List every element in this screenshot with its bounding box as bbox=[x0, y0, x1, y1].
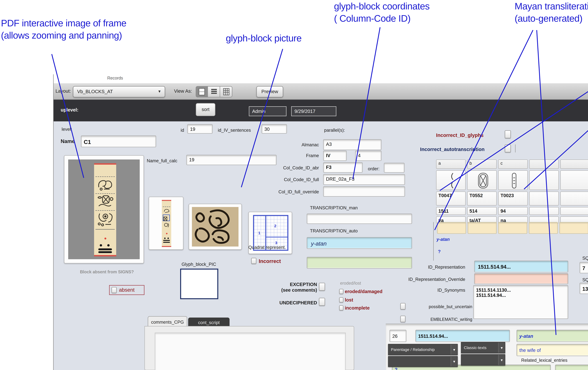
eroded-damaged-checkbox[interactable] bbox=[339, 289, 343, 294]
name-field[interactable]: C1 bbox=[81, 136, 156, 147]
related-lexical-entries-label: Related_lexical_entries bbox=[521, 358, 567, 363]
glyph-code-b[interactable]: T0552 bbox=[467, 191, 497, 206]
sort-button[interactable]: sort bbox=[196, 103, 215, 116]
mini-strip-panel[interactable] bbox=[149, 197, 183, 250]
pdf-frame-viewer[interactable] bbox=[64, 155, 144, 264]
lost-checkbox[interactable] bbox=[339, 297, 343, 303]
sql-count-syn-field[interactable]: 13 bbox=[579, 283, 588, 294]
glyph-image-d[interactable] bbox=[529, 170, 559, 190]
frame-field[interactable]: IV bbox=[323, 150, 347, 161]
glyph-image-c[interactable] bbox=[498, 170, 528, 190]
tab-cont-script[interactable]: cont_script bbox=[188, 317, 230, 326]
quadrat-2: 2 bbox=[274, 224, 276, 228]
undeciphered-checkbox[interactable] bbox=[319, 298, 325, 306]
glyph-col-header-b[interactable]: b bbox=[467, 159, 497, 169]
id-field[interactable]: 19 bbox=[187, 124, 213, 134]
auto-translit-text: y-atan bbox=[437, 237, 450, 242]
glyph-number-e[interactable] bbox=[560, 207, 588, 215]
transcription-auto-label: TRANSCRIPTION_auto bbox=[310, 228, 358, 233]
frame-label: Frame bbox=[281, 153, 319, 158]
parentage-dropdown[interactable]: Parentage / Relationship▼ bbox=[388, 344, 458, 355]
tan-cell[interactable] bbox=[468, 222, 497, 234]
glyph-number-a[interactable]: 1511 bbox=[436, 207, 466, 215]
name-full-calc-field[interactable]: 19 bbox=[186, 155, 277, 165]
transcription-man-field[interactable] bbox=[307, 214, 412, 224]
id-label: id bbox=[181, 127, 184, 133]
glyph-col-header-a[interactable]: a bbox=[436, 159, 466, 169]
id-representation-field[interactable]: 1511.514.94... bbox=[474, 261, 568, 272]
tab-comments-cpg[interactable]: comments_CPG bbox=[148, 316, 187, 326]
id-representation-override-field[interactable] bbox=[474, 273, 568, 284]
lexical-note-field-2[interactable] bbox=[555, 365, 588, 370]
lost-label: lost bbox=[345, 297, 353, 303]
transcription-auto-field[interactable]: y-atan bbox=[307, 237, 412, 249]
annotation-transliteration: Mayan transliteration (auto-generated) bbox=[514, 0, 588, 24]
emblematic-writing-checkbox[interactable] bbox=[400, 316, 406, 322]
exception-checkbox[interactable] bbox=[319, 283, 325, 291]
tan-cell[interactable] bbox=[437, 222, 466, 234]
glyph-code-a[interactable]: T0047 bbox=[436, 191, 466, 206]
absent-checkbox[interactable] bbox=[112, 287, 117, 293]
lexical-gloss-field[interactable]: y-atan bbox=[516, 330, 588, 342]
layout-dropdown[interactable]: Vb_BLOCKS_AT ▼ bbox=[73, 86, 165, 97]
glyph-image-b[interactable] bbox=[467, 170, 497, 190]
glyph-code-d[interactable] bbox=[529, 191, 559, 206]
incorrect-checkbox[interactable] bbox=[251, 258, 256, 264]
user-field[interactable]: Admin bbox=[249, 106, 286, 116]
classic-texts-dropdown[interactable]: Classic-texts▼ bbox=[461, 342, 505, 353]
name-full-calc-label: Name_full_calc bbox=[147, 158, 177, 163]
tan-cell[interactable] bbox=[529, 222, 558, 234]
glyph-block-pic-box[interactable] bbox=[180, 269, 218, 299]
lexical-row-id-field[interactable]: 26 bbox=[389, 330, 406, 342]
lexical-meaning-field[interactable]: the wife of bbox=[516, 344, 588, 356]
glyph-block-photo-panel[interactable] bbox=[189, 204, 242, 250]
lexical-representation-field[interactable]: 1511.514.94... bbox=[415, 330, 510, 342]
col-code-abr-field[interactable]: F3 bbox=[323, 162, 363, 173]
glyph-number-b[interactable]: 514 bbox=[467, 207, 497, 215]
chevron-down-icon: ▼ bbox=[451, 344, 457, 355]
glyph-col-header-d[interactable] bbox=[529, 159, 559, 169]
almanac-field[interactable]: A3 bbox=[323, 139, 381, 150]
id-synonyms-field[interactable]: 1511.514.1130... 1511.514.94... bbox=[473, 285, 568, 319]
chevron-down-icon: ▼ bbox=[498, 342, 505, 353]
glyph-table: a b c T0047 T0552 T0023 1511 514 94 ya t… bbox=[436, 159, 588, 223]
form-view-button[interactable] bbox=[196, 86, 208, 97]
comments-textarea[interactable] bbox=[155, 333, 346, 370]
form-view-icon bbox=[199, 88, 205, 95]
quadrat-1: 1 bbox=[258, 231, 260, 235]
glyph-number-d[interactable] bbox=[529, 207, 559, 215]
date-field[interactable]: 9/29/2017 bbox=[291, 106, 336, 116]
transcription-green-field[interactable] bbox=[307, 257, 412, 269]
tan-cell[interactable] bbox=[498, 222, 527, 234]
frame-order-field[interactable]: 4 bbox=[355, 150, 381, 161]
quadrat-label: Quadrat represent. bbox=[248, 245, 286, 250]
parentage-dropdown-2[interactable]: ▼ bbox=[388, 356, 458, 367]
id-iv-sentences-field[interactable]: 30 bbox=[262, 124, 287, 134]
list-view-button[interactable] bbox=[208, 86, 220, 97]
eroded-lost-label: eroded/lost bbox=[340, 281, 361, 285]
incorrect-id-glyphs-checkbox[interactable] bbox=[505, 130, 511, 138]
glyph-image-a[interactable] bbox=[436, 170, 466, 190]
order-field[interactable] bbox=[384, 163, 405, 173]
glyph-col-header-e[interactable] bbox=[560, 159, 588, 169]
glyph-code-c[interactable]: T0023 bbox=[498, 191, 528, 206]
grapheme-a-icon bbox=[447, 172, 457, 189]
glyph-code-e[interactable] bbox=[560, 191, 588, 206]
table-view-button[interactable] bbox=[220, 86, 232, 97]
sql-count-syn-label: SQL_count_AT_syn1 bbox=[582, 277, 588, 282]
preview-button[interactable]: Preview bbox=[256, 86, 283, 97]
tan-cell[interactable] bbox=[559, 222, 588, 234]
glyph-col-header-c[interactable]: c bbox=[498, 159, 528, 169]
col-id-override-field[interactable] bbox=[323, 186, 405, 197]
sql-count-rep-field[interactable]: 7 bbox=[579, 262, 588, 273]
possible-but-uncertain-checkbox[interactable] bbox=[400, 303, 406, 309]
glyph-image-e[interactable] bbox=[560, 170, 588, 190]
comments-panel bbox=[144, 326, 354, 370]
col-code-full-field[interactable]: DRE_02a_F3 bbox=[323, 174, 405, 185]
incomplete-checkbox[interactable] bbox=[339, 305, 343, 310]
classic-texts-dropdown-2[interactable]: ▼ bbox=[461, 354, 505, 366]
list-view-icon bbox=[210, 88, 217, 95]
incorrect-autotranscription-checkbox[interactable] bbox=[505, 144, 511, 152]
glyph-number-c[interactable]: 94 bbox=[498, 207, 528, 215]
transcription-man-label: TRANSCRIPTION_man bbox=[310, 205, 358, 210]
